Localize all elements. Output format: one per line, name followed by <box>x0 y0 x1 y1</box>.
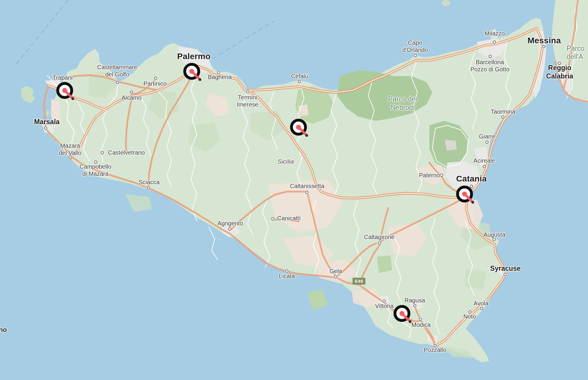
city-dot-augusta <box>493 238 496 241</box>
city-dot-caltanissetta <box>305 191 309 194</box>
map-canvas[interactable]: PalermoCataniaMessinaMarsalaReggio Calab… <box>0 0 588 380</box>
gauge-pin-icon <box>180 60 203 83</box>
city-dot-castellammare-del-golfo <box>116 81 119 84</box>
city-dot-reggio-calabria <box>558 62 561 65</box>
city-dot-acireale <box>483 165 486 168</box>
gauge-pin-icon <box>453 183 476 205</box>
city-dot-castelvetrano <box>101 151 104 155</box>
city-dot-milazzo <box>493 41 496 44</box>
city-dot-vittoria <box>383 300 386 303</box>
city-dot-sciacca <box>147 186 150 190</box>
map-marker-trapani[interactable] <box>53 79 76 102</box>
city-dot-modica <box>419 318 422 321</box>
city-dot-marsala <box>44 127 47 130</box>
city-dot-canicatt <box>271 217 275 221</box>
city-dot-gela <box>334 275 338 279</box>
map-marker-ragusa-modica[interactable] <box>391 302 413 325</box>
gauge-pin-icon <box>53 79 76 102</box>
city-dot-partinico <box>154 77 157 80</box>
map-marker-palermo[interactable] <box>180 60 203 83</box>
gauge-pin-icon <box>287 116 310 139</box>
city-dot-pozzallo <box>434 344 437 347</box>
map-app: { "map": { "colors": { "water":"#a6cde3"… <box>0 0 588 380</box>
city-dot-termini-imerese <box>246 90 250 93</box>
city-dot-agrigento <box>228 227 232 231</box>
city-dot-ragusa <box>413 304 417 307</box>
city-dot-barcellona-pozzo-di-gotto <box>489 55 492 58</box>
map-marker-catania[interactable] <box>453 183 476 205</box>
map-marker-central-sicily[interactable] <box>287 116 310 139</box>
city-dot-capo-d-orlando <box>414 54 417 57</box>
city-dot-caltagirone <box>378 241 381 245</box>
road-badge-e45: E45 <box>352 278 366 285</box>
gauge-pin-icon <box>391 302 413 325</box>
city-dot-bagheria <box>217 71 220 74</box>
city-dot-mazara-del-vallo <box>69 156 72 159</box>
city-dot-avola <box>480 307 483 310</box>
city-dot-paterno <box>440 174 443 177</box>
city-dot-licata <box>285 270 289 273</box>
city-dot-alcamo <box>130 91 133 94</box>
city-dot-noto <box>468 310 472 314</box>
map-base-svg <box>0 0 588 380</box>
city-dot-campobello-di-mazara <box>94 161 98 164</box>
city-dot-messina <box>542 45 546 48</box>
city-dot-cefal <box>298 80 301 83</box>
city-dot-syracuse <box>504 273 507 276</box>
city-dot-giarre <box>485 141 489 144</box>
city-dot-taormina <box>501 116 505 119</box>
